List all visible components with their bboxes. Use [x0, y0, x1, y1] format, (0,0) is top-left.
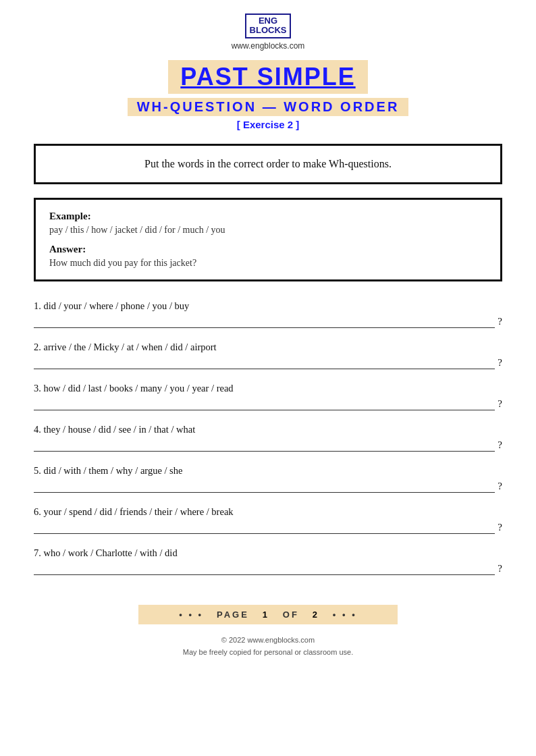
instruction-box: Put the words in the correct order to ma…: [34, 144, 502, 184]
question-mark-3: ?: [498, 398, 502, 410]
label-of: OF: [283, 610, 299, 620]
question-mark-5: ?: [498, 481, 502, 492]
main-title: PAST SIMPLE: [168, 60, 367, 94]
license: May be freely copied for personal or cla…: [183, 646, 354, 659]
answer-label: Answer:: [49, 244, 487, 255]
example-box: Example: pay / this / how / jacket / did…: [34, 198, 502, 281]
logo-text: ENG BLOCKS: [245, 14, 292, 38]
copyright: © 2022 www.engblocks.com: [183, 634, 354, 647]
question-item-6: 6. your / spend / did / friends / their …: [34, 506, 502, 534]
questions-section: 1. did / your / where / phone / you / bu…: [34, 300, 502, 589]
current-page: 1: [263, 610, 269, 620]
example-words: pay / this / how / jacket / did / for / …: [49, 225, 487, 236]
website-url: www.engblocks.com: [232, 41, 305, 51]
footer: © 2022 www.engblocks.com May be freely c…: [183, 634, 354, 659]
answer-line-3[interactable]: [34, 398, 495, 410]
question-item-7: 7. who / work / Charlotte / with / did?: [34, 547, 502, 575]
question-item-1: 1. did / your / where / phone / you / bu…: [34, 300, 502, 328]
question-text-6: 6. your / spend / did / friends / their …: [34, 506, 502, 518]
answer-line-5[interactable]: [34, 481, 495, 493]
answer-line-7[interactable]: [34, 563, 495, 575]
question-item-3: 3. how / did / last / books / many / you…: [34, 383, 502, 410]
answer-line-row-7: ?: [34, 563, 502, 575]
answer-line-row-5: ?: [34, 481, 502, 493]
answer-line-row-6: ?: [34, 522, 502, 534]
total-pages: 2: [313, 610, 319, 620]
sub-title: WH-QUESTION — WORD ORDER: [128, 98, 409, 116]
question-text-4: 4. they / house / did / see / in / that …: [34, 424, 502, 435]
exercise-label: [ Exercise 2 ]: [237, 119, 300, 130]
answer-text: How much did you pay for this jacket?: [49, 258, 487, 269]
question-text-2: 2. arrive / the / Micky / at / when / di…: [34, 342, 502, 353]
answer-line-row-2: ?: [34, 357, 502, 369]
question-text-3: 3. how / did / last / books / many / you…: [34, 383, 502, 394]
question-mark-1: ?: [498, 316, 502, 327]
instruction-text: Put the words in the correct order to ma…: [49, 158, 487, 170]
answer-line-row-1: ?: [34, 316, 502, 328]
question-mark-6: ?: [498, 522, 502, 533]
answer-line-2[interactable]: [34, 357, 495, 369]
question-item-5: 5. did / with / them / why / argue / she…: [34, 465, 502, 493]
answer-line-1[interactable]: [34, 316, 495, 328]
question-item-2: 2. arrive / the / Micky / at / when / di…: [34, 342, 502, 369]
question-item-4: 4. they / house / did / see / in / that …: [34, 424, 502, 452]
answer-line-row-4: ?: [34, 439, 502, 452]
question-text-5: 5. did / with / them / why / argue / she: [34, 465, 502, 477]
question-text-1: 1. did / your / where / phone / you / bu…: [34, 300, 502, 312]
question-text-7: 7. who / work / Charlotte / with / did: [34, 547, 502, 559]
example-label: Example:: [49, 211, 487, 222]
answer-line-4[interactable]: [34, 439, 495, 452]
question-mark-2: ?: [498, 357, 502, 369]
answer-line-row-3: ?: [34, 398, 502, 410]
answer-line-6[interactable]: [34, 522, 495, 534]
page-number-bar: • • • PAGE 1 OF 2 • • •: [138, 605, 397, 624]
dots-right: • • •: [333, 610, 357, 620]
question-mark-7: ?: [498, 563, 502, 574]
question-mark-4: ?: [498, 439, 502, 451]
label-page: PAGE: [217, 610, 249, 620]
logo: ENG BLOCKS: [245, 14, 292, 38]
dots-left: • • •: [179, 610, 203, 620]
